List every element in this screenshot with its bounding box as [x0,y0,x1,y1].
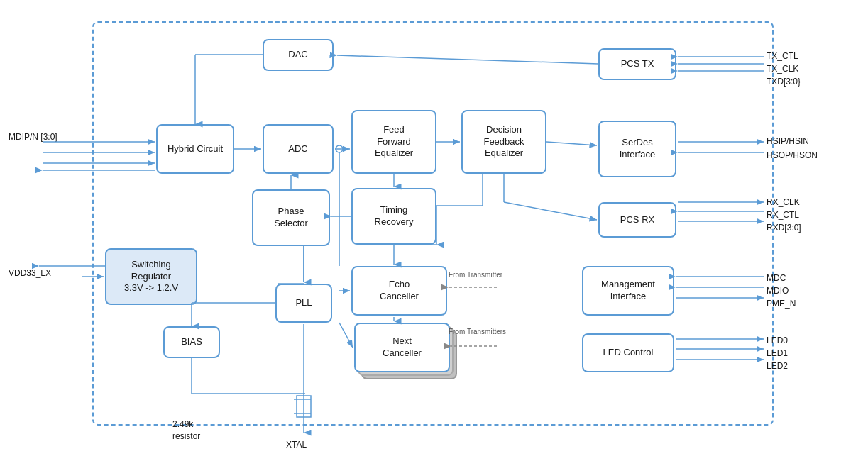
mgmt-block: ManagementInterface [582,266,674,316]
pcsrx-label: PCS RX [620,214,654,226]
dfe-block: DecisionFeedbackEqualizer [461,110,546,174]
from-transmitters-label: From Transmitters [449,328,506,335]
mdip-label: MDIP/N [3:0] [9,131,57,143]
switching-label: SwitchingRegulator3.3V -> 1.2.V [124,259,178,295]
led1-label: LED1 [767,348,788,358]
ffe-block: FeedForwardEqualizer [351,110,436,174]
pcstx-block: PCS TX [598,48,676,80]
from-transmitter-label: From Transmitter [449,271,502,279]
echo-label: EchoCanceller [380,279,419,303]
mgmt-label: ManagementInterface [601,279,655,303]
led-block: LED Control [582,333,674,372]
pll-block: PLL [275,284,332,323]
dac-block: DAC [263,39,334,71]
mdio-label: MDIO [767,286,789,296]
led0-label: LED0 [767,335,788,345]
hybrid-label: Hybrid Circuit [167,143,223,155]
xtal-label: XTAL [286,440,307,450]
pcstx-label: PCS TX [621,58,654,70]
timing-block: TimingRecovery [351,188,436,245]
hsop-label: HSOP/HSON [767,150,818,160]
resistor-label: 2.49kresistor [172,418,200,443]
txd-label: TXD[3:0} [767,77,801,87]
ffe-label: FeedForwardEqualizer [375,124,413,160]
tx-clk-label: TX_CLK [767,64,798,74]
pll-label: PLL [295,297,312,309]
hsip-label: HSIP/HSIN [767,136,809,146]
dfe-label: DecisionFeedbackEqualizer [483,124,524,160]
rx-clk-label: RX_CLK [767,197,800,207]
tx-ctl-label: TX_CTL [767,51,798,61]
vdd33-label: VDD33_LX [9,268,51,278]
adc-label: ADC [288,143,307,155]
phase-label: PhaseSelector [274,206,308,230]
rxd-label: RXD[3:0] [767,223,801,233]
timing-label: TimingRecovery [375,204,414,228]
pme-n-label: PME_N [767,299,796,309]
echo-block: EchoCanceller [351,266,447,316]
next-block: NextCanceller [354,323,450,372]
diagram-container: DAC Hybrid Circuit ADC FeedForwardEquali… [0,0,868,461]
led-label: LED Control [603,347,654,359]
led2-label: LED2 [767,361,788,371]
bias-block: BIAS [163,326,220,358]
rx-ctl-label: RX_CTL [767,210,799,220]
hybrid-block: Hybrid Circuit [156,124,234,174]
next-label: NextCanceller [383,335,422,360]
adc-block: ADC [263,124,334,174]
pcsrx-block: PCS RX [598,202,676,238]
serdes-block: SerDesInterface [598,121,676,177]
bias-label: BIAS [181,336,202,348]
serdes-label: SerDesInterface [620,137,656,161]
mdc-label: MDC [767,273,786,283]
phase-block: PhaseSelector [252,189,330,246]
dac-label: DAC [288,49,307,61]
switching-block: SwitchingRegulator3.3V -> 1.2.V [105,248,197,305]
